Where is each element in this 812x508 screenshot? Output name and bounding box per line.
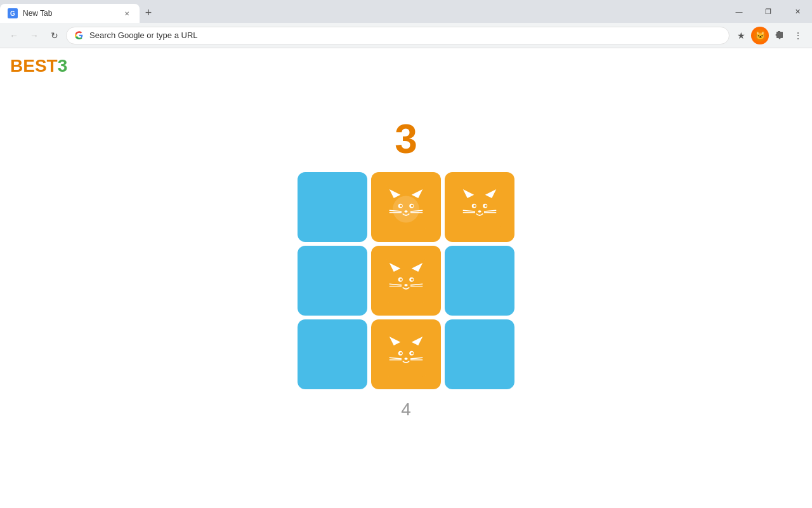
brand-logo: BEST3 (10, 56, 67, 76)
grid-cell-0-0[interactable] (298, 172, 367, 242)
toolbar-right: ★ 🐱 ⋮ (732, 27, 807, 44)
svg-point-45 (411, 352, 414, 355)
svg-point-10 (404, 210, 407, 213)
grid-cell-2-0[interactable] (298, 319, 367, 389)
cat-icon (384, 258, 428, 303)
cat-icon (457, 185, 502, 229)
svg-point-3 (393, 196, 419, 223)
bookmark-button[interactable]: ★ (732, 27, 750, 44)
back-button[interactable]: ← (5, 27, 23, 44)
grid-cell-1-0[interactable] (298, 246, 367, 316)
grid-cell-0-2[interactable] (445, 172, 514, 242)
svg-point-9 (411, 205, 414, 208)
title-bar: G New Tab ✕ + — ❐ ✕ (0, 0, 812, 23)
tab-label: New Tab (23, 9, 117, 18)
grid-cell-1-1[interactable] (371, 246, 441, 316)
grid-cell-2-1[interactable] (371, 319, 441, 389)
svg-text:🐱: 🐱 (756, 30, 765, 40)
svg-point-22 (478, 210, 481, 213)
url-input[interactable] (89, 30, 721, 40)
tab-close-button[interactable]: ✕ (122, 8, 132, 18)
cat-icon (384, 332, 428, 377)
forward-button[interactable]: → (25, 27, 43, 44)
grid-cell-1-2[interactable] (445, 246, 514, 316)
menu-button[interactable]: ⋮ (789, 27, 807, 44)
svg-point-20 (473, 205, 476, 208)
brand-best-text: BEST (10, 56, 58, 76)
window-controls: — ❐ ✕ (724, 0, 812, 23)
chrome-browser: G New Tab ✕ + — ❐ ✕ ← → ↻ (0, 0, 812, 508)
minimize-button[interactable]: — (724, 0, 754, 23)
close-button[interactable]: ✕ (783, 0, 812, 23)
page-content: BEST3 3 (0, 48, 812, 508)
google-icon (74, 30, 84, 41)
game-area: 3 (10, 76, 802, 500)
grid-cell-2-2[interactable] (445, 319, 514, 389)
svg-point-8 (400, 205, 402, 208)
url-bar[interactable] (66, 27, 730, 44)
extensions-button[interactable] (770, 27, 788, 44)
svg-point-21 (485, 205, 487, 208)
avatar-icon: 🐱 (754, 29, 766, 42)
puzzle-icon (774, 30, 784, 41)
tab-favicon: G (8, 8, 18, 18)
grid-cell-0-1[interactable] (371, 172, 441, 242)
svg-point-44 (400, 352, 402, 355)
svg-point-46 (404, 358, 407, 360)
brand-number: 3 (58, 56, 68, 76)
svg-point-34 (404, 284, 407, 286)
cat-icon (384, 185, 428, 229)
maximize-button[interactable]: ❐ (754, 0, 783, 23)
svg-point-32 (400, 279, 402, 281)
new-tab-button[interactable]: + (140, 4, 157, 22)
tab-strip: G New Tab ✕ + (0, 0, 157, 23)
active-tab[interactable]: G New Tab ✕ (0, 4, 140, 23)
profile-avatar[interactable]: 🐱 (751, 27, 769, 44)
address-bar: ← → ↻ ★ 🐱 (0, 23, 812, 48)
svg-point-33 (411, 279, 414, 281)
score-display: 3 (395, 119, 417, 159)
bottom-number: 4 (401, 399, 411, 420)
game-grid[interactable] (298, 172, 514, 389)
reload-button[interactable]: ↻ (46, 27, 63, 44)
